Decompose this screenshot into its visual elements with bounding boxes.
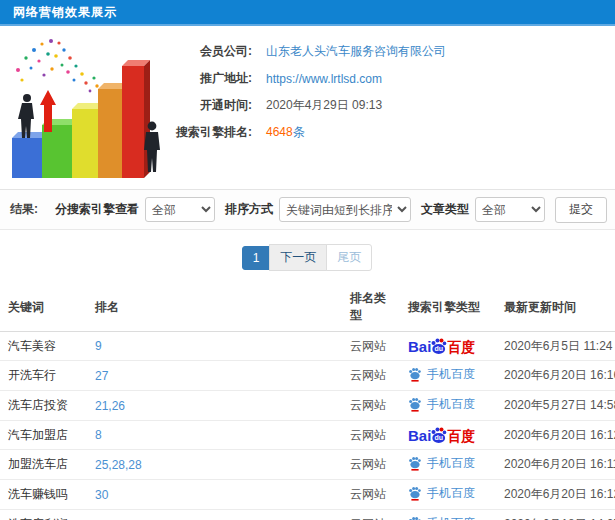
mobile-baidu-badge: 手机百度: [408, 366, 475, 383]
rank-type-cell: 云网站: [342, 361, 400, 391]
update-time-cell: 2020年6月18日 14:27: [496, 510, 615, 520]
pagination-next-button[interactable]: 下一页: [269, 244, 327, 271]
info-row-url: 推广地址: https://www.lrtlsd.com: [162, 65, 605, 92]
rank-count-label: 搜索引擎排名:: [162, 124, 252, 141]
header-engine-type: 搜索引擎类型: [400, 283, 496, 332]
rank-type-cell: 云网站: [342, 332, 400, 361]
growth-chart-illustration: [4, 28, 162, 188]
header-update-time: 最新更新时间: [496, 283, 615, 332]
rank-count-unit: 条: [293, 125, 305, 139]
mobile-baidu-badge: 手机百度: [408, 485, 475, 502]
table-row: 汽车加盟店 8 云网站 Bai du 百度 2020年6月20日 16:12: [0, 421, 615, 450]
update-time-cell: 2020年6月20日 16:16: [496, 361, 615, 391]
rank-type-cell: 云网站: [342, 450, 400, 480]
pagination-page-1[interactable]: 1: [242, 246, 271, 270]
article-type-select[interactable]: 全部: [475, 197, 545, 222]
rank-cell[interactable]: 21,26: [87, 391, 342, 421]
table-row: 汽车美容 9 云网站 Bai du 百度 2020年6月5日 11:24: [0, 332, 615, 361]
keyword-cell: 汽车加盟店: [0, 421, 87, 450]
mobile-baidu-paw-icon: [408, 397, 422, 412]
filter-bar: 结果: 分搜索引擎查看 全部 排序方式 关键词由短到长排序 文章类型 全部 提交: [0, 189, 615, 230]
rank-cell[interactable]: 8: [87, 421, 342, 450]
baidu-logo-bai-text: Bai: [408, 339, 431, 354]
header-rank-type: 排名类型: [342, 283, 400, 332]
update-time-cell: 2020年6月20日 16:11: [496, 450, 615, 480]
table-row: 加盟洗车店 25,28,28 云网站 手机百度 2020年6月20日 16:11: [0, 450, 615, 480]
mobile-baidu-paw-icon: [408, 456, 422, 471]
businessman-left: [18, 94, 34, 138]
info-row-company: 会员公司: 山东老人头汽车服务咨询有限公司: [162, 38, 605, 65]
keyword-cell: 加盟洗车店: [0, 450, 87, 480]
mobile-baidu-paw-icon: [408, 367, 422, 382]
engine-filter-label: 分搜索引擎查看: [55, 201, 139, 218]
table-row: 开洗车行 27 云网站 手机百度 2020年6月20日 16:16: [0, 361, 615, 391]
sort-filter-select[interactable]: 关键词由短到长排序: [279, 197, 411, 222]
rank-type-cell: 云网站: [342, 480, 400, 510]
engine-type-cell: 手机百度: [400, 480, 496, 510]
open-time-value: 2020年4月29日 09:13: [266, 97, 382, 114]
results-label: 结果:: [10, 201, 38, 218]
open-time-label: 开通时间:: [162, 97, 252, 114]
rank-cell[interactable]: 30: [87, 480, 342, 510]
mobile-baidu-badge: 手机百度: [408, 396, 475, 413]
update-time-cell: 2020年5月27日 14:58: [496, 391, 615, 421]
engine-type-cell: Bai du 百度: [400, 332, 496, 361]
results-table: 关键词 排名 排名类型 搜索引擎类型 最新更新时间 汽车美容 9 云网站 Bai…: [0, 283, 615, 520]
engine-type-cell: 手机百度: [400, 391, 496, 421]
mobile-baidu-paw-icon: [408, 516, 422, 520]
keyword-cell: 洗车赚钱吗: [0, 480, 87, 510]
info-row-rank-count: 搜索引擎排名: 4648条: [162, 119, 605, 146]
keyword-cell: 洗车店利润: [0, 510, 87, 520]
rank-cell[interactable]: 9: [87, 332, 342, 361]
info-row-open-time: 开通时间: 2020年4月29日 09:13: [162, 92, 605, 119]
svg-text:du: du: [435, 345, 444, 352]
engine-type-cell: 手机百度: [400, 450, 496, 480]
mobile-baidu-label: 手机百度: [427, 396, 475, 413]
baidu-pc-logo: Bai du 百度: [408, 337, 475, 354]
promo-url-label: 推广地址:: [162, 70, 252, 87]
engine-filter-select[interactable]: 全部: [145, 197, 215, 222]
rank-cell[interactable]: 27: [87, 361, 342, 391]
rank-cell[interactable]: 30: [87, 510, 342, 520]
mobile-baidu-paw-icon: [408, 486, 422, 501]
keyword-cell: 洗车店投资: [0, 391, 87, 421]
page-title: 网络营销效果展示: [13, 4, 117, 21]
engine-type-cell: Bai du 百度: [400, 421, 496, 450]
baidu-paw-icon: du: [429, 426, 448, 444]
mobile-baidu-badge: 手机百度: [408, 455, 475, 472]
pagination-last-button[interactable]: 尾页: [326, 244, 372, 271]
keyword-cell: 汽车美容: [0, 332, 87, 361]
member-info-section: 会员公司: 山东老人头汽车服务咨询有限公司 推广地址: https://www.…: [0, 26, 615, 189]
keyword-cell: 开洗车行: [0, 361, 87, 391]
mobile-baidu-label: 手机百度: [427, 515, 475, 520]
update-time-cell: 2020年6月20日 16:12: [496, 421, 615, 450]
rank-type-cell: 云网站: [342, 510, 400, 520]
submit-button[interactable]: 提交: [555, 197, 607, 223]
sort-filter-label: 排序方式: [225, 201, 273, 218]
pagination: 1 下一页 尾页: [0, 244, 615, 271]
top-header-bar: 网络营销效果展示: [0, 0, 615, 26]
mobile-baidu-label: 手机百度: [427, 455, 475, 472]
update-time-cell: 2020年6月20日 16:12: [496, 480, 615, 510]
rank-cell[interactable]: 25,28,28: [87, 450, 342, 480]
header-keyword: 关键词: [0, 283, 87, 332]
company-name-link[interactable]: 山东老人头汽车服务咨询有限公司: [266, 43, 446, 60]
mobile-baidu-label: 手机百度: [427, 485, 475, 502]
rank-type-cell: 云网站: [342, 391, 400, 421]
results-table-body: 汽车美容 9 云网站 Bai du 百度 2020年6月5日 11:24 开洗车…: [0, 332, 615, 520]
baidu-logo-cn-text: 百度: [447, 340, 475, 354]
promo-url-link[interactable]: https://www.lrtlsd.com: [266, 72, 382, 86]
confetti-dots: [16, 39, 105, 96]
update-time-cell: 2020年6月5日 11:24: [496, 332, 615, 361]
header-rank: 排名: [87, 283, 342, 332]
table-row: 洗车店投资 21,26 云网站 手机百度 2020年5月27日 14:58: [0, 391, 615, 421]
engine-type-cell: 手机百度: [400, 510, 496, 520]
baidu-paw-icon: du: [429, 337, 448, 355]
table-header-row: 关键词 排名 排名类型 搜索引擎类型 最新更新时间: [0, 283, 615, 332]
mobile-baidu-badge: 手机百度: [408, 515, 475, 520]
baidu-logo-cn-text: 百度: [447, 429, 475, 443]
engine-type-cell: 手机百度: [400, 361, 496, 391]
svg-text:du: du: [435, 434, 444, 441]
rank-type-cell: 云网站: [342, 421, 400, 450]
table-row: 洗车赚钱吗 30 云网站 手机百度 2020年6月20日 16:12: [0, 480, 615, 510]
